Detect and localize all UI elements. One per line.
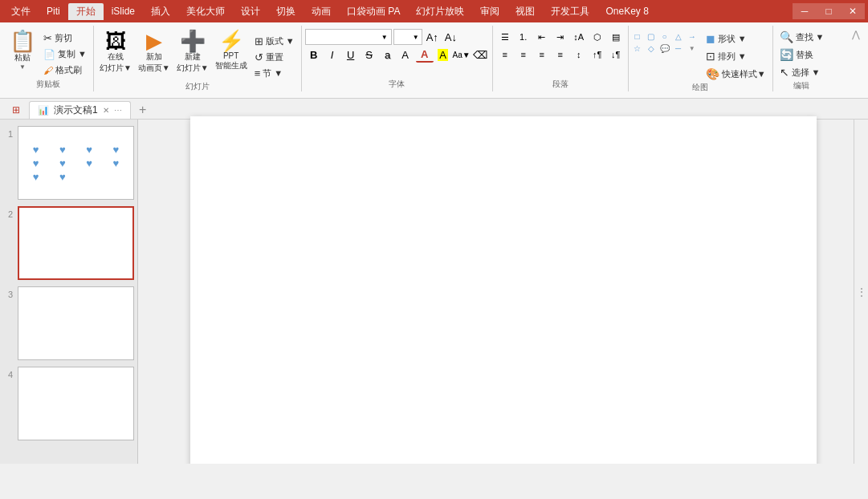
maximize-button[interactable]: □ — [817, 3, 841, 19]
slide-thumb-2[interactable] — [18, 206, 134, 280]
menu-item-animation[interactable]: 动画 — [304, 3, 339, 20]
menu-item-file[interactable]: 文件 — [3, 3, 39, 20]
font-grow-button[interactable]: A↑ — [424, 30, 441, 44]
new-animation-button[interactable]: ▶ 新加动画页▼ — [136, 29, 173, 75]
menu-item-design[interactable]: 设计 — [233, 3, 268, 20]
menu-item-islide[interactable]: iSlide — [104, 4, 143, 18]
shape-circle[interactable]: ○ — [659, 30, 670, 42]
doc-tab-more[interactable]: ⋯ — [114, 106, 122, 115]
menu-item-insert[interactable]: 插入 — [143, 3, 178, 20]
format-painter-button[interactable]: 🖌 格式刷 — [40, 63, 90, 78]
align-right-button[interactable]: ≡ — [533, 47, 551, 63]
find-label: 查找 ▼ — [796, 31, 825, 43]
font-color-button[interactable]: A — [416, 47, 434, 63]
shape-triangle[interactable]: △ — [673, 30, 684, 42]
shape-line[interactable]: ─ — [673, 43, 684, 54]
document-tab[interactable]: 📊 演示文稿1 ✕ ⋯ — [29, 101, 131, 119]
shadow-button[interactable]: a — [379, 47, 397, 63]
bullets-button[interactable]: ☰ — [496, 29, 514, 45]
slide-num-3: 3 — [3, 290, 13, 299]
find-button[interactable]: 🔍 查找 ▼ — [776, 29, 828, 45]
menu-item-slideshow[interactable]: 幻灯片放映 — [408, 3, 472, 20]
clear-format-button[interactable]: ⌫ — [471, 47, 489, 63]
menu-item-view[interactable]: 视图 — [507, 3, 543, 20]
copy-label: 复制 ▼ — [58, 48, 87, 60]
line-spacing-button[interactable]: ↕ — [570, 47, 588, 63]
menu-item-home[interactable]: 开始 — [68, 3, 104, 20]
copy-button[interactable]: 📄 复制 ▼ — [40, 47, 90, 62]
strikethrough-button[interactable]: S — [361, 47, 378, 63]
minimize-button[interactable]: ─ — [793, 3, 817, 19]
shape-fill-button[interactable]: ◼ 形状 ▼ — [703, 30, 769, 47]
shape-star[interactable]: ☆ — [632, 43, 643, 54]
para-before-button[interactable]: ↑¶ — [589, 47, 606, 63]
menu-item-pa[interactable]: 口袋动画 PA — [339, 3, 408, 20]
menu-item-review[interactable]: 审阅 — [472, 3, 507, 20]
doc-tab-close[interactable]: ✕ — [103, 106, 109, 115]
cut-label: 剪切 — [55, 32, 72, 44]
bold-button[interactable]: B — [305, 47, 323, 63]
menu-item-beautify[interactable]: 美化大师 — [178, 3, 233, 20]
convert-to-smart-button[interactable]: ⬡ — [589, 29, 606, 45]
heart-1: ♥ — [23, 144, 48, 156]
italic-button[interactable]: I — [324, 47, 341, 63]
new-tab-button[interactable]: + — [134, 101, 152, 119]
menu-item-onekey[interactable]: OneKey 8 — [597, 4, 656, 18]
columns-button[interactable]: ▤ — [607, 29, 625, 45]
ppt-ai-label: PPT智能生成 — [215, 51, 247, 71]
right-expand-handle[interactable]: ⋮ — [854, 120, 868, 464]
menu-item-transition[interactable]: 切换 — [268, 3, 304, 20]
align-left-button[interactable]: ≡ — [496, 47, 514, 63]
char-spacing-button[interactable]: A — [397, 47, 415, 63]
para-after-button[interactable]: ↓¶ — [607, 47, 625, 63]
layout-button[interactable]: ⊞ 版式 ▼ — [251, 34, 298, 49]
indent-decrease-button[interactable]: ⇤ — [533, 29, 551, 45]
shape-callout[interactable]: 💬 — [659, 43, 670, 54]
section-button[interactable]: ≡ 节 ▼ — [251, 66, 298, 81]
reset-button[interactable]: ↺ 重置 — [251, 50, 298, 65]
online-slides-button[interactable]: 🖼 在线幻灯片▼ — [97, 29, 134, 75]
shape-more[interactable]: ▼ — [687, 43, 698, 54]
paragraph-group: ☰ 1. ⇤ ⇥ ↕A ⬡ ▤ ≡ ≡ ≡ ≡ ↕ ↑¶ ↓¶ — [493, 26, 629, 91]
online-slides-icon: 🖼 — [105, 30, 126, 51]
paste-dropdown-icon: ▼ — [19, 63, 26, 71]
shape-rounded[interactable]: ▢ — [646, 30, 657, 42]
numbering-button[interactable]: 1. — [515, 29, 532, 45]
align-center-button[interactable]: ≡ — [515, 47, 532, 63]
shape-diamond[interactable]: ◇ — [646, 43, 657, 54]
cut-button[interactable]: ✂ 剪切 — [40, 30, 90, 46]
arrange-button[interactable]: ⊡ 排列 ▼ — [703, 48, 769, 64]
slide-thumb-4[interactable] — [18, 367, 134, 440]
highlight-button[interactable]: A — [434, 47, 452, 63]
section-label: 节 ▼ — [263, 67, 283, 79]
indent-increase-button[interactable]: ⇥ — [552, 29, 569, 45]
home-icon-tab[interactable]: ⊞ — [6, 101, 26, 119]
shape-rect[interactable]: □ — [632, 30, 643, 42]
new-slide-button[interactable]: ➕ 新建幻灯片▼ — [174, 29, 211, 75]
slide-thumb-1[interactable]: ♥ ♥ ♥ ♥ ♥ ♥ ♥ ♥ ♥ ♥ — [18, 126, 134, 200]
justify-button[interactable]: ≡ — [552, 47, 569, 63]
format-painter-icon: 🖌 — [43, 65, 53, 76]
slide-thumb-3[interactable] — [18, 286, 134, 360]
font-name-selector[interactable]: ▼ — [305, 29, 392, 45]
reset-label: 重置 — [266, 51, 283, 63]
font-shrink-button[interactable]: A↓ — [442, 30, 459, 44]
select-button[interactable]: ↖ 选择 ▼ — [776, 64, 828, 80]
char-case-button[interactable]: Aa▼ — [453, 47, 471, 63]
menu-item-developer[interactable]: 开发工具 — [543, 3, 597, 20]
quick-style-button[interactable]: 🎨 快速样式▼ — [703, 66, 769, 82]
underline-button[interactable]: U — [342, 47, 360, 63]
format-painter-label: 格式刷 — [55, 64, 82, 76]
ppt-ai-button[interactable]: ⚡ PPT智能生成 — [213, 29, 250, 73]
slide-canvas[interactable] — [190, 116, 817, 465]
menu-item-piti[interactable]: Piti — [39, 4, 68, 18]
replace-button[interactable]: 🔄 替换 — [776, 47, 828, 63]
paste-button[interactable]: 📋 粘贴 ▼ — [6, 29, 39, 72]
font-size-selector[interactable]: ▼ — [393, 29, 422, 45]
ribbon: 📋 粘贴 ▼ ✂ 剪切 📄 复制 ▼ 🖌 格式 — [0, 22, 868, 99]
close-button[interactable]: ✕ — [841, 3, 865, 19]
text-direction-button[interactable]: ↕A — [570, 29, 588, 45]
ribbon-expand-button[interactable]: ⋀ — [850, 27, 862, 42]
layout-icon: ⊞ — [255, 35, 263, 47]
shape-arrow[interactable]: → — [687, 30, 698, 42]
